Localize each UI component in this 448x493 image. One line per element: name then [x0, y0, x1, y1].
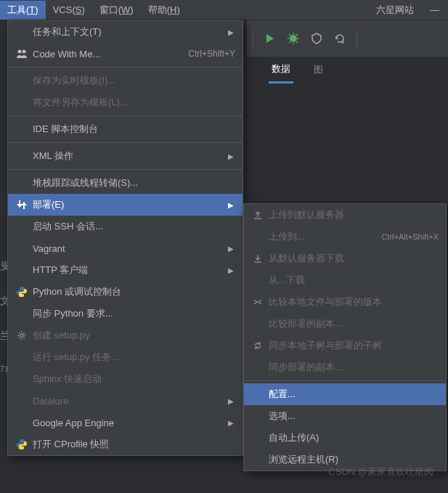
menu-item-label: IDE 脚本控制台	[30, 123, 235, 136]
menu-separator	[8, 67, 243, 68]
menu-item[interactable]: 打开 CProfile 快照	[8, 433, 243, 455]
compare-icon	[250, 297, 266, 307]
submenu-arrow-icon: ▶	[228, 152, 235, 160]
submenu-item: 比较部署的副本...	[244, 313, 446, 335]
menu-item-label: XML 操作	[30, 150, 228, 163]
shield-icon[interactable]	[310, 32, 323, 45]
submenu-item: 比较本地文件与部署的版本	[244, 291, 446, 313]
menu-item[interactable]: Python 或调试控制台	[8, 281, 243, 303]
submenu-item[interactable]: 自动上传(A)	[244, 427, 446, 449]
menu-item-label: Sphinx 快速启动	[30, 372, 235, 386]
menu-item[interactable]: 任务和上下文(T)▶	[8, 21, 243, 43]
menu-separator	[8, 115, 243, 116]
menu-item-label: Python 或调试控制台	[30, 285, 235, 298]
menu-item-label: Datalore	[30, 396, 228, 407]
update-icon[interactable]	[333, 32, 346, 45]
submenu-item-label: 配置...	[266, 388, 439, 401]
menu-item[interactable]: 堆栈跟踪或线程转储(S)...	[8, 172, 243, 194]
submenu-item-label: 比较部署的副本...	[266, 317, 439, 330]
menu-item[interactable]: Vagrant▶	[8, 237, 243, 259]
submenu-item-label: 同步本地子树与部署的子树	[266, 339, 439, 352]
submenu-item-label: 从默认服务器下载	[266, 252, 439, 265]
toolbar-separator	[357, 30, 357, 47]
menu-item[interactable]: Google App Engine▶	[8, 412, 243, 433]
submenu-item-label: 上传到...	[266, 230, 381, 243]
submenu-item[interactable]: 配置...	[244, 383, 446, 405]
minimize-button[interactable]: —	[421, 4, 448, 15]
svg-point-0	[290, 35, 297, 42]
svg-point-2	[18, 50, 22, 54]
tab-chart[interactable]: 图	[311, 57, 326, 82]
menu-vcs[interactable]: VCS(S)	[46, 1, 92, 18]
menu-item-label: 部署(E)	[30, 198, 228, 211]
tabs: 数据 图	[247, 57, 448, 83]
menu-item-label: 启动 SSH 会话...	[30, 220, 235, 233]
left-edge-fragment: 叟文兰71	[0, 20, 7, 493]
submenu-item[interactable]: 选项...	[244, 405, 446, 427]
menu-item[interactable]: IDE 脚本控制台	[8, 118, 243, 140]
menu-separator	[8, 142, 243, 143]
menu-item[interactable]: Code With Me...Ctrl+Shift+Y	[8, 43, 243, 65]
svg-point-1	[341, 41, 344, 44]
svg-point-4	[20, 334, 23, 337]
menu-item: 保存为实时模板(I)...	[8, 70, 243, 91]
menu-item: Sphinx 快速启动	[8, 368, 243, 390]
menu-item-label: 运行 setup.py 任务...	[30, 351, 235, 364]
menu-tools[interactable]: 工具(T)	[0, 1, 46, 20]
people-icon	[14, 49, 30, 59]
tools-dropdown: 任务和上下文(T)▶Code With Me...Ctrl+Shift+Y保存为…	[7, 20, 243, 456]
submenu-item: 从默认服务器下载	[244, 248, 446, 269]
debug-icon[interactable]	[287, 32, 300, 45]
submenu-item: 从...下载	[244, 269, 446, 291]
submenu-item-label: 选项...	[266, 410, 439, 423]
svg-point-3	[23, 50, 26, 54]
menu-item-label: 任务和上下文(T)	[30, 25, 228, 38]
menu-item[interactable]: HTTP 客户端▶	[8, 259, 243, 281]
submenu-item: 上传到默认服务器	[244, 204, 446, 226]
menu-item: 运行 setup.py 任务...	[8, 346, 243, 368]
window-title: 六星网站	[369, 4, 421, 17]
menu-item-label: Google App Engine	[30, 417, 228, 428]
menu-item[interactable]: 启动 SSH 会话...	[8, 216, 243, 237]
menu-window[interactable]: 窗口(W)	[92, 1, 141, 20]
submenu-item-label: 自动上传(A)	[266, 431, 439, 444]
menu-item: Datalore▶	[8, 390, 243, 412]
submenu-arrow-icon: ▶	[228, 245, 235, 253]
menu-item-label: Code With Me...	[30, 49, 188, 60]
submenu-item-label: 浏览远程主机(R)	[266, 453, 439, 466]
submenu-item: 上传到...Ctrl+Alt+Shift+X	[244, 226, 446, 248]
python-icon	[14, 286, 30, 298]
submenu-item-label: 比较本地文件与部署的版本	[266, 296, 439, 309]
toolbar	[247, 20, 448, 57]
menu-item-label: 保存为实时模板(I)...	[30, 74, 235, 87]
download-icon	[250, 253, 266, 264]
menu-item-label: 打开 CProfile 快照	[30, 438, 235, 451]
menu-shortcut: Ctrl+Shift+Y	[188, 49, 235, 59]
submenu-arrow-icon: ▶	[228, 397, 235, 405]
submenu-arrow-icon: ▶	[228, 201, 235, 209]
menu-help[interactable]: 帮助(H)	[141, 1, 187, 20]
menu-item[interactable]: XML 操作▶	[8, 145, 243, 167]
submenu-item: 同步部署的副本...	[244, 356, 446, 378]
menu-item: 创建 setup.py	[8, 325, 243, 346]
run-icon[interactable]	[264, 32, 277, 45]
menu-shortcut: Ctrl+Alt+Shift+X	[381, 232, 439, 241]
gear-icon	[14, 330, 30, 341]
menu-item-label: 同步 Python 要求...	[30, 307, 235, 320]
menu-item-label: HTTP 客户端	[30, 264, 228, 277]
submenu-arrow-icon: ▶	[228, 266, 235, 274]
upload-icon	[250, 210, 266, 220]
python-icon	[14, 439, 30, 450]
submenu-item-label: 从...下载	[266, 274, 439, 287]
deploy-submenu: 上传到默认服务器上传到...Ctrl+Alt+Shift+X从默认服务器下载从.…	[243, 203, 447, 471]
menu-item[interactable]: 部署(E)▶	[8, 194, 243, 216]
menu-item: 将文件另存为模板(L)...	[8, 91, 243, 113]
menu-item[interactable]: 同步 Python 要求...	[8, 303, 243, 325]
submenu-arrow-icon: ▶	[228, 28, 235, 36]
menu-separator	[244, 380, 446, 381]
tab-data[interactable]: 数据	[269, 57, 293, 83]
menu-item-label: 堆栈跟踪或线程转储(S)...	[30, 176, 235, 190]
deploy-icon	[14, 200, 30, 210]
menu-item-label: Vagrant	[30, 243, 228, 254]
submenu-item-label: 同步部署的副本...	[266, 361, 439, 374]
